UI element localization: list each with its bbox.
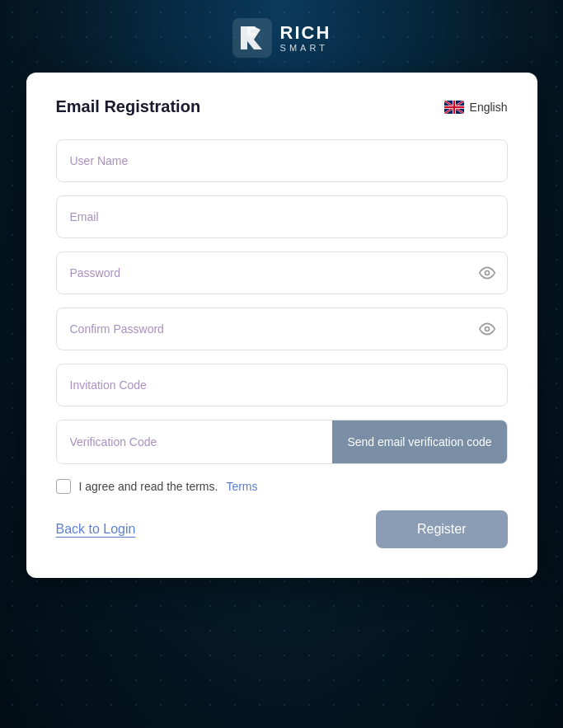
agree-checkbox[interactable]: [56, 479, 71, 494]
password-input[interactable]: [56, 251, 508, 294]
svg-point-4: [485, 271, 489, 275]
verification-code-group: Send email verification code: [56, 420, 508, 464]
language-label: English: [470, 101, 508, 114]
confirm-password-eye-icon[interactable]: [478, 320, 496, 338]
back-to-login-button[interactable]: Back to Login: [56, 522, 136, 537]
footer-row: Back to Login Register: [56, 510, 508, 548]
password-group: [56, 251, 508, 294]
logo-text: RICH SMART: [280, 23, 331, 53]
page-title: Email Registration: [56, 97, 201, 116]
verification-row: Send email verification code: [56, 420, 508, 464]
logo-icon: [232, 18, 272, 58]
confirm-password-input[interactable]: [56, 308, 508, 350]
email-input[interactable]: [56, 195, 508, 238]
username-input[interactable]: [56, 139, 508, 182]
password-eye-icon[interactable]: [478, 264, 496, 282]
logo-smart: SMART: [280, 43, 331, 53]
flag-icon: [444, 101, 464, 114]
logo-rich: RICH: [280, 23, 331, 43]
invitation-code-input[interactable]: [56, 364, 508, 406]
card-header: Email Registration English: [56, 97, 508, 116]
agree-text: I agree and read the terms.: [79, 480, 218, 493]
username-group: [56, 139, 508, 182]
verification-code-input[interactable]: [57, 420, 333, 463]
confirm-password-group: [56, 308, 508, 350]
app-header: RICH SMART: [232, 0, 331, 73]
send-code-button[interactable]: Send email verification code: [332, 420, 506, 463]
registration-card: Email Registration English: [26, 73, 537, 578]
language-selector[interactable]: English: [444, 101, 508, 114]
invitation-code-group: [56, 364, 508, 406]
agree-row: I agree and read the terms. Terms: [56, 479, 508, 494]
email-group: [56, 195, 508, 238]
terms-link[interactable]: Terms: [226, 480, 257, 493]
register-button[interactable]: Register: [376, 510, 508, 548]
svg-point-5: [485, 327, 489, 331]
